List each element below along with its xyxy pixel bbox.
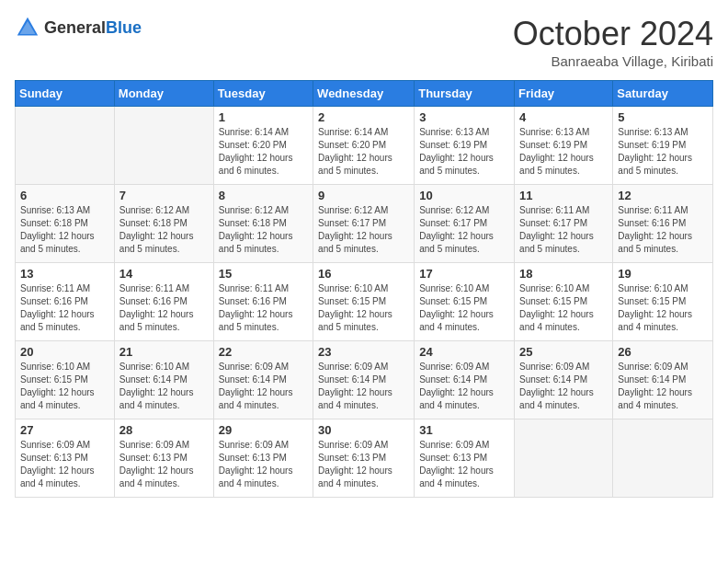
week-row-3: 13Sunrise: 6:11 AM Sunset: 6:16 PM Dayli…: [16, 263, 713, 341]
cell-info: Sunrise: 6:14 AM Sunset: 6:20 PM Dayligh…: [318, 126, 409, 178]
day-number: 28: [119, 423, 209, 437]
calendar-table: SundayMondayTuesdayWednesdayThursdayFrid…: [15, 80, 713, 498]
day-number: 29: [219, 423, 308, 437]
cell-info: Sunrise: 6:11 AM Sunset: 6:16 PM Dayligh…: [219, 282, 308, 334]
calendar-cell: 6Sunrise: 6:13 AM Sunset: 6:18 PM Daylig…: [16, 185, 115, 263]
logo-text: GeneralBlue: [44, 18, 142, 38]
calendar-cell: [515, 419, 613, 498]
calendar-cell: 22Sunrise: 6:09 AM Sunset: 6:14 PM Dayli…: [213, 341, 313, 419]
weekday-header-tuesday: Tuesday: [213, 81, 313, 107]
day-number: 27: [20, 423, 109, 437]
title-section: October 2024 Banraeaba Village, Kiribati: [513, 15, 713, 69]
cell-info: Sunrise: 6:11 AM Sunset: 6:16 PM Dayligh…: [618, 204, 708, 256]
logo-general: General: [44, 18, 106, 37]
day-number: 16: [318, 267, 409, 281]
cell-info: Sunrise: 6:10 AM Sunset: 6:15 PM Dayligh…: [318, 282, 409, 334]
cell-info: Sunrise: 6:09 AM Sunset: 6:14 PM Dayligh…: [519, 361, 608, 412]
day-number: 11: [519, 189, 608, 202]
day-number: 22: [219, 345, 308, 359]
calendar-cell: 8Sunrise: 6:12 AM Sunset: 6:18 PM Daylig…: [213, 185, 313, 263]
location-title: Banraeaba Village, Kiribati: [513, 53, 713, 69]
day-number: 21: [119, 345, 209, 359]
calendar-cell: 28Sunrise: 6:09 AM Sunset: 6:13 PM Dayli…: [114, 419, 213, 498]
cell-info: Sunrise: 6:09 AM Sunset: 6:13 PM Dayligh…: [419, 439, 509, 490]
weekday-header-monday: Monday: [114, 81, 213, 107]
day-number: 30: [318, 423, 409, 437]
day-number: 8: [219, 189, 308, 202]
day-number: 26: [618, 345, 708, 359]
month-title: October 2024: [513, 15, 713, 53]
cell-info: Sunrise: 6:11 AM Sunset: 6:17 PM Dayligh…: [519, 204, 608, 256]
cell-info: Sunrise: 6:09 AM Sunset: 6:13 PM Dayligh…: [219, 439, 308, 490]
calendar-cell: 5Sunrise: 6:13 AM Sunset: 6:19 PM Daylig…: [613, 107, 713, 185]
day-number: 17: [419, 267, 509, 281]
cell-info: Sunrise: 6:11 AM Sunset: 6:16 PM Dayligh…: [119, 282, 209, 334]
cell-info: Sunrise: 6:09 AM Sunset: 6:14 PM Dayligh…: [318, 361, 409, 412]
day-number: 12: [618, 189, 708, 202]
day-number: 5: [618, 110, 708, 124]
calendar-cell: 18Sunrise: 6:10 AM Sunset: 6:15 PM Dayli…: [515, 263, 613, 341]
day-number: 1: [219, 110, 308, 124]
day-number: 15: [219, 267, 308, 281]
weekday-header-friday: Friday: [515, 81, 613, 107]
calendar-cell: 31Sunrise: 6:09 AM Sunset: 6:13 PM Dayli…: [415, 419, 515, 498]
day-number: 7: [119, 189, 209, 202]
cell-info: Sunrise: 6:10 AM Sunset: 6:15 PM Dayligh…: [20, 361, 109, 412]
calendar-cell: 9Sunrise: 6:12 AM Sunset: 6:17 PM Daylig…: [313, 185, 415, 263]
day-number: 23: [318, 345, 409, 359]
cell-info: Sunrise: 6:12 AM Sunset: 6:18 PM Dayligh…: [119, 204, 209, 256]
day-number: 24: [419, 345, 509, 359]
week-row-5: 27Sunrise: 6:09 AM Sunset: 6:13 PM Dayli…: [16, 419, 713, 498]
calendar-cell: 13Sunrise: 6:11 AM Sunset: 6:16 PM Dayli…: [16, 263, 115, 341]
cell-info: Sunrise: 6:11 AM Sunset: 6:16 PM Dayligh…: [20, 282, 109, 334]
day-number: 13: [20, 267, 109, 281]
calendar-cell: 7Sunrise: 6:12 AM Sunset: 6:18 PM Daylig…: [114, 185, 213, 263]
cell-info: Sunrise: 6:10 AM Sunset: 6:15 PM Dayligh…: [618, 282, 708, 334]
calendar-cell: [613, 419, 713, 498]
cell-info: Sunrise: 6:10 AM Sunset: 6:15 PM Dayligh…: [519, 282, 608, 334]
calendar-cell: 11Sunrise: 6:11 AM Sunset: 6:17 PM Dayli…: [515, 185, 613, 263]
calendar-cell: 17Sunrise: 6:10 AM Sunset: 6:15 PM Dayli…: [415, 263, 515, 341]
logo-icon: [15, 15, 40, 40]
cell-info: Sunrise: 6:13 AM Sunset: 6:19 PM Dayligh…: [419, 126, 509, 178]
day-number: 4: [519, 110, 608, 124]
weekday-header-thursday: Thursday: [415, 81, 515, 107]
day-number: 6: [20, 189, 109, 202]
cell-info: Sunrise: 6:12 AM Sunset: 6:17 PM Dayligh…: [318, 204, 409, 256]
calendar-cell: 4Sunrise: 6:13 AM Sunset: 6:19 PM Daylig…: [515, 107, 613, 185]
calendar-cell: 21Sunrise: 6:10 AM Sunset: 6:14 PM Dayli…: [114, 341, 213, 419]
calendar-cell: 26Sunrise: 6:09 AM Sunset: 6:14 PM Dayli…: [613, 341, 713, 419]
calendar-cell: 27Sunrise: 6:09 AM Sunset: 6:13 PM Dayli…: [16, 419, 115, 498]
cell-info: Sunrise: 6:09 AM Sunset: 6:14 PM Dayligh…: [419, 361, 509, 412]
day-number: 19: [618, 267, 708, 281]
weekday-header-saturday: Saturday: [613, 81, 713, 107]
day-number: 9: [318, 189, 409, 202]
calendar-cell: 29Sunrise: 6:09 AM Sunset: 6:13 PM Dayli…: [213, 419, 313, 498]
calendar-cell: 24Sunrise: 6:09 AM Sunset: 6:14 PM Dayli…: [415, 341, 515, 419]
cell-info: Sunrise: 6:09 AM Sunset: 6:14 PM Dayligh…: [618, 361, 708, 412]
calendar-cell: 19Sunrise: 6:10 AM Sunset: 6:15 PM Dayli…: [613, 263, 713, 341]
week-row-2: 6Sunrise: 6:13 AM Sunset: 6:18 PM Daylig…: [16, 185, 713, 263]
calendar-cell: 2Sunrise: 6:14 AM Sunset: 6:20 PM Daylig…: [313, 107, 415, 185]
week-row-1: 1Sunrise: 6:14 AM Sunset: 6:20 PM Daylig…: [16, 107, 713, 185]
cell-info: Sunrise: 6:14 AM Sunset: 6:20 PM Dayligh…: [219, 126, 308, 178]
cell-info: Sunrise: 6:12 AM Sunset: 6:18 PM Dayligh…: [219, 204, 308, 256]
weekday-header-wednesday: Wednesday: [313, 81, 415, 107]
calendar-cell: 3Sunrise: 6:13 AM Sunset: 6:19 PM Daylig…: [415, 107, 515, 185]
calendar-cell: 14Sunrise: 6:11 AM Sunset: 6:16 PM Dayli…: [114, 263, 213, 341]
cell-info: Sunrise: 6:13 AM Sunset: 6:19 PM Dayligh…: [519, 126, 608, 178]
cell-info: Sunrise: 6:13 AM Sunset: 6:19 PM Dayligh…: [618, 126, 708, 178]
day-number: 3: [419, 110, 509, 124]
calendar-cell: 20Sunrise: 6:10 AM Sunset: 6:15 PM Dayli…: [16, 341, 115, 419]
calendar-cell: 12Sunrise: 6:11 AM Sunset: 6:16 PM Dayli…: [613, 185, 713, 263]
weekday-header-row: SundayMondayTuesdayWednesdayThursdayFrid…: [16, 81, 713, 107]
calendar-cell: [114, 107, 213, 185]
weekday-header-sunday: Sunday: [16, 81, 115, 107]
day-number: 18: [519, 267, 608, 281]
day-number: 20: [20, 345, 109, 359]
cell-info: Sunrise: 6:13 AM Sunset: 6:18 PM Dayligh…: [20, 204, 109, 256]
calendar-cell: 15Sunrise: 6:11 AM Sunset: 6:16 PM Dayli…: [213, 263, 313, 341]
cell-info: Sunrise: 6:09 AM Sunset: 6:13 PM Dayligh…: [119, 439, 209, 490]
day-number: 10: [419, 189, 509, 202]
logo: GeneralBlue: [15, 15, 142, 40]
